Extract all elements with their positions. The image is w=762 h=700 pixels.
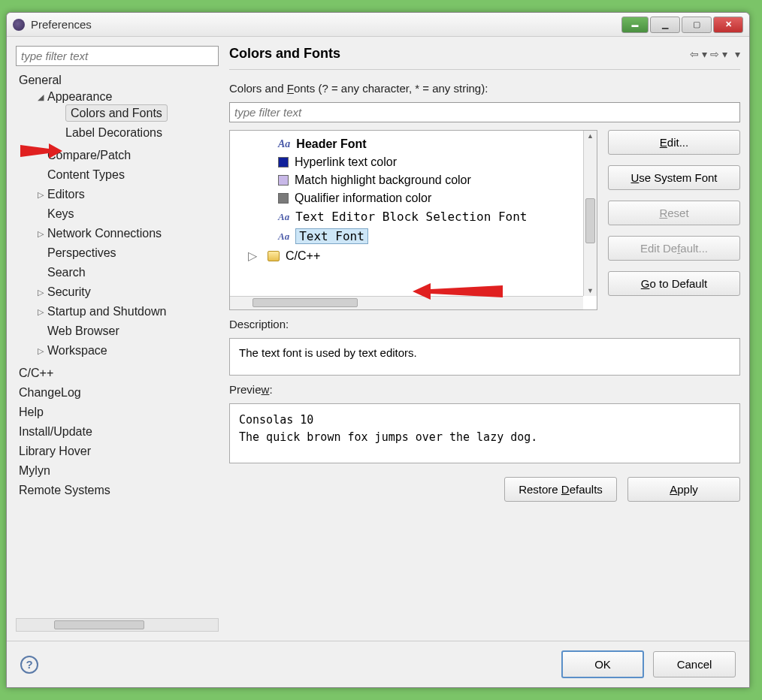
sidebar: General ◢Appearance Colors and Fonts Lab…: [16, 46, 219, 632]
preview-label: Preview:: [229, 383, 740, 396]
tree-item-install-update[interactable]: Install/Update: [16, 422, 219, 442]
scroll-down-icon[interactable]: ▼: [587, 287, 594, 294]
tree-item-hyperlink-color[interactable]: Hyperlink text color: [233, 153, 580, 171]
tree-item-workspace[interactable]: ▷Workspace: [19, 341, 219, 361]
page-title: Colors and Fonts: [229, 46, 340, 62]
use-system-font-button[interactable]: Use System Font: [608, 165, 740, 190]
tree-item-text-font[interactable]: Aa Text Font: [233, 226, 580, 246]
description-label: Description:: [229, 318, 740, 330]
tree-item-colors-fonts[interactable]: Colors and Fonts: [35, 104, 219, 123]
tree-item-match-highlight[interactable]: Match highlight background color: [233, 171, 580, 189]
apply-button[interactable]: Apply: [627, 477, 740, 502]
filter-label: Colors and Fonts (? = any character, * =…: [229, 82, 740, 95]
tree-vscrollbar[interactable]: ▲ ▼: [583, 131, 597, 296]
sidebar-filter-input[interactable]: [16, 46, 219, 66]
tree-item-changelog[interactable]: ChangeLog: [16, 383, 219, 403]
dialog-footer: ? OK Cancel: [7, 641, 749, 687]
minimize-button[interactable]: ▁: [650, 17, 680, 33]
close-button[interactable]: ✕: [713, 17, 743, 33]
preferences-window: Preferences ▬ ▁ ▢ ✕ General ◢Appearance: [6, 12, 750, 688]
tree-hscrollbar[interactable]: [230, 296, 583, 309]
tree-item-web-browser[interactable]: Web Browser: [19, 321, 219, 341]
tree-item-general[interactable]: General ◢Appearance Colors and Fonts Lab…: [16, 71, 219, 364]
scroll-up-icon[interactable]: ▲: [587, 132, 594, 140]
forward-icon[interactable]: ⇨: [710, 48, 719, 60]
back-icon[interactable]: ⇦: [690, 48, 699, 60]
tree-item-content-types[interactable]: Content Types: [19, 165, 219, 185]
ok-button[interactable]: OK: [561, 650, 644, 678]
font-aa-icon: Aa: [278, 138, 290, 150]
window-title: Preferences: [31, 18, 92, 31]
tree-item-mylyn[interactable]: Mylyn: [16, 461, 219, 481]
tree-item-editors[interactable]: ▷Editors: [19, 185, 219, 204]
font-aa-icon: Aa: [278, 231, 289, 243]
titlebar: Preferences ▬ ▁ ▢ ✕: [7, 13, 749, 37]
colors-fonts-tree[interactable]: Aa Header Font Hyperlink text color Matc: [229, 130, 597, 310]
tree-item-search[interactable]: Search: [19, 263, 219, 282]
forward-menu-icon[interactable]: ▾: [722, 48, 727, 60]
tree-item-startup[interactable]: ▷Startup and Shutdown: [19, 302, 219, 321]
tree-item-ccpp-category[interactable]: ▷ C/C++: [233, 246, 580, 265]
restore-defaults-button[interactable]: Restore Defaults: [504, 477, 617, 502]
edit-button[interactable]: Edit...: [608, 130, 740, 155]
tree-item-perspectives[interactable]: Perspectives: [19, 243, 219, 263]
color-swatch-icon: [278, 175, 289, 186]
tree-item-ccpp[interactable]: C/C++: [16, 364, 219, 383]
main-panel: Colors and Fonts ⇦ ▾ ⇨ ▾ ▾ Colors and Fo…: [229, 46, 740, 632]
colors-fonts-filter-input[interactable]: [229, 102, 740, 122]
view-menu-icon[interactable]: ▾: [735, 48, 740, 60]
preferences-tree[interactable]: General ◢Appearance Colors and Fonts Lab…: [16, 71, 219, 615]
tree-item-remote-systems[interactable]: Remote Systems: [16, 481, 219, 500]
sidebar-hscrollbar[interactable]: [16, 618, 219, 632]
tree-item-qualifier-color[interactable]: Qualifier information color: [233, 189, 580, 207]
preview-box: Consolas 10 The quick brown fox jumps ov…: [229, 403, 740, 463]
edit-default-button[interactable]: Edit Default...: [608, 236, 740, 261]
folder-icon: [268, 251, 280, 261]
tree-item-library-hover[interactable]: Library Hover: [16, 442, 219, 461]
tree-item-network[interactable]: ▷Network Connections: [19, 224, 219, 243]
tree-item-security[interactable]: ▷Security: [19, 282, 219, 302]
app-icon: [13, 19, 25, 31]
tree-item-compare-patch[interactable]: Compare/Patch: [19, 146, 219, 165]
reset-button[interactable]: Reset: [608, 201, 740, 225]
back-menu-icon[interactable]: ▾: [702, 48, 707, 60]
font-aa-icon: Aa: [278, 211, 289, 223]
cancel-button[interactable]: Cancel: [653, 651, 736, 677]
tree-item-help[interactable]: Help: [16, 403, 219, 422]
description-box: The text font is used by text editors.: [229, 338, 740, 376]
maximize-button[interactable]: ▢: [682, 17, 712, 33]
help-icon[interactable]: ?: [20, 656, 38, 674]
tree-item-header-font[interactable]: Aa Header Font: [233, 135, 580, 153]
tree-item-appearance[interactable]: ◢Appearance Colors and Fonts Label Decor…: [19, 87, 219, 146]
misc-button[interactable]: ▬: [621, 17, 649, 33]
tree-item-label-decorations[interactable]: Label Decorations: [35, 123, 219, 143]
color-swatch-icon: [278, 157, 289, 167]
color-swatch-icon: [278, 193, 289, 204]
tree-item-block-selection-font[interactable]: Aa Text Editor Block Selection Font: [233, 207, 580, 226]
go-to-default-button[interactable]: Go to Default: [608, 271, 740, 296]
tree-item-keys[interactable]: Keys: [19, 204, 219, 224]
